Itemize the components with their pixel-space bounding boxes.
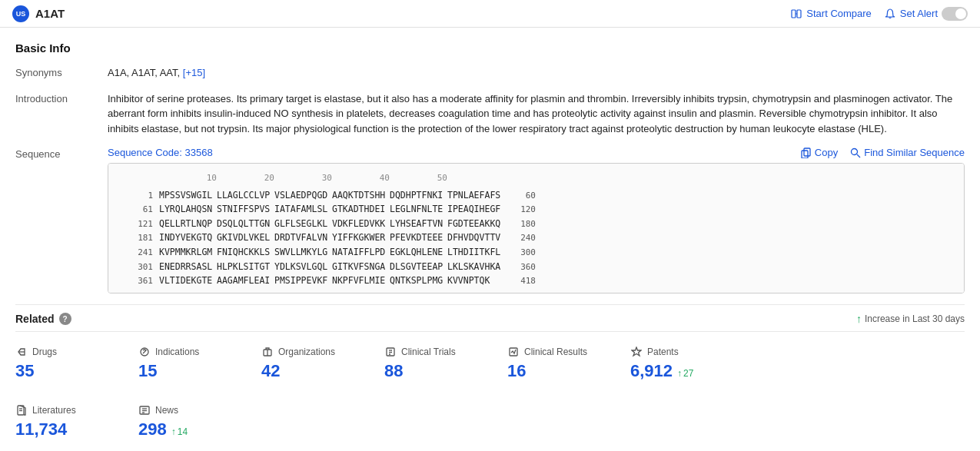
seq-lines-container: 1 MPSSVSWGIL LLAGLCCLVP VSLAEDPQGD AAQKT… [121, 188, 952, 288]
seq-end-num: 180 [505, 217, 536, 231]
seq-seg1: KVPMMKRLGM [159, 245, 217, 259]
sequence-label: Sequence [15, 147, 108, 293]
stat-label: Literatures [32, 405, 76, 416]
ruler-50: 50 [390, 171, 447, 185]
sequence-box[interactable]: 10 20 30 40 50 1 MPSSVSWGIL LLAGLCCLVP V… [108, 163, 965, 293]
stats-row-1: Drugs 35 Indications 15 Organizations 42… [15, 331, 965, 395]
stat-label-row: Literatures [15, 404, 123, 416]
app-title: A1AT [35, 7, 65, 20]
increase-label: ↑ Increase in Last 30 days [856, 313, 965, 325]
basic-info-title: Basic Info [15, 41, 965, 55]
increase-text: Increase in Last 30 days [865, 313, 965, 324]
seq-seg5: EGKLQHLENE [390, 245, 447, 259]
seq-end-num: 418 [505, 274, 536, 288]
synonyms-row: Synonyms A1A, A1AT, AAT, [+15] [15, 65, 965, 81]
sequence-content: Sequence Code: 33568 Copy [108, 147, 965, 293]
seq-seg6: IPEAQIHEGF [447, 202, 505, 216]
seq-seg4: AAQKTDTSHH [332, 188, 390, 202]
alert-icon [884, 8, 896, 20]
seq-seg3: PMSIPPEVKF [274, 274, 332, 287]
seq-seg3: YDLKSVLGQL [274, 260, 332, 274]
arrow-up-icon: ↑ [677, 368, 682, 379]
seq-end-num: 300 [505, 246, 536, 260]
seq-seg6: LTHDIITKFL [447, 245, 505, 259]
stat-label: News [155, 405, 178, 416]
seq-seg6: LKLSKAVHKA [447, 260, 505, 274]
stat-label-row: Clinical Results [507, 346, 615, 358]
seq-seg4: NKPFVFLMIE [332, 274, 390, 287]
synonyms-text: A1A, A1AT, AAT, [108, 67, 180, 78]
stat-label-row: Drugs [15, 346, 123, 358]
stat-item[interactable]: Literatures 11,734 [15, 398, 138, 446]
seq-end-num: 60 [505, 189, 536, 203]
stat-item[interactable]: Drugs 35 [15, 340, 138, 387]
stat-label: Clinical Results [524, 347, 587, 357]
set-alert-button[interactable]: Set Alert [884, 7, 968, 21]
stat-item[interactable]: Patents 6,912 ↑ 27 [630, 340, 753, 387]
stat-label: Indications [155, 347, 199, 357]
seq-seg2: STNIFFSPVS [217, 202, 274, 216]
seq-start-num: 1 [121, 189, 159, 203]
alert-toggle[interactable] [942, 7, 968, 21]
clinical-results-icon [507, 346, 520, 358]
seq-seg3: VSLAEDPQGD [274, 188, 332, 202]
related-info-icon[interactable]: ? [59, 313, 71, 325]
stat-value: 15 [138, 361, 157, 381]
seq-seg5: PFEVKDTEEE [390, 230, 447, 244]
toggle-knob [955, 8, 966, 19]
header-left: US A1AT [12, 5, 65, 22]
stat-item[interactable]: Indications 15 [138, 340, 261, 387]
synonyms-value: A1A, A1AT, AAT, [+15] [108, 65, 965, 81]
seq-line: 181 INDYVEKGTQ GKIVDLVKEL DRDTVFALVN YIF… [121, 230, 952, 245]
stat-item[interactable]: Organizations 42 [261, 340, 384, 387]
seq-seg4: YIFFKGKWER [332, 230, 390, 244]
seq-start-num: 61 [121, 203, 159, 217]
seq-line: 241 KVPMMKRLGM FNIQHCKKLS SWVLLMKYLG NAT… [121, 245, 952, 260]
seq-start-num: 241 [121, 246, 159, 260]
stat-value: 42 [261, 361, 280, 381]
svg-rect-4 [802, 151, 808, 158]
seq-line: 61 LYRQLAHQSN STNIFFSPVS IATAFAMLSL GTKA… [121, 202, 952, 217]
svg-rect-1 [797, 10, 801, 18]
news-icon [138, 404, 151, 416]
seq-seg2: DSQLQLTTGN [217, 217, 274, 230]
seq-seg6: DFHVDQVTTV [447, 230, 505, 244]
seq-seg5: LYHSEAFTVN [390, 217, 447, 230]
stat-label: Drugs [32, 347, 57, 357]
patents-icon [630, 346, 643, 358]
drugs-icon [15, 346, 28, 358]
related-header: Related ? ↑ Increase in Last 30 days [15, 304, 965, 331]
seq-seg4: GTKADTHDEI [332, 202, 390, 216]
arrow-up-icon: ↑ [856, 313, 862, 325]
stat-item[interactable]: Clinical Results 16 [507, 340, 630, 387]
seq-start-num: 361 [121, 274, 159, 288]
seq-seg2: HLPKLSITGT [217, 260, 274, 274]
seq-seg4: NATAIFFLPD [332, 245, 390, 259]
start-compare-label: Start Compare [806, 8, 872, 19]
stat-value: 35 [15, 361, 34, 381]
stat-value: 298 [138, 419, 167, 439]
seq-seg5: DQDHPTFNKI [390, 188, 447, 202]
seq-seg3: IATAFAMLSL [274, 202, 332, 216]
seq-seg1: VLTIDEKGTE [159, 274, 217, 287]
synonyms-label: Synonyms [15, 65, 108, 81]
copy-button[interactable]: Copy [801, 147, 838, 158]
synonyms-more-link[interactable]: [+15] [183, 67, 205, 78]
start-compare-button[interactable]: Start Compare [790, 8, 872, 20]
seq-seg1: LYRQLAHQSN [159, 202, 217, 216]
app-header: US A1AT Start Compare Set Alert [0, 0, 980, 28]
svg-point-5 [852, 148, 858, 154]
introduction-text: Inhibitor of serine proteases. Its prima… [108, 91, 965, 137]
stat-item[interactable]: News 298 ↑ 14 [138, 398, 261, 446]
stat-item[interactable]: Clinical Trials 88 [384, 340, 507, 387]
stat-value: 6,912 [630, 361, 673, 381]
main-content: Basic Info Synonyms A1A, A1AT, AAT, [+15… [0, 28, 980, 451]
seq-end-num: 120 [505, 203, 536, 217]
seq-seg1: QELLRTLNQP [159, 217, 217, 230]
seq-line: 361 VLTIDEKGTE AAGAMFLEAI PMSIPPEVKF NKP… [121, 274, 952, 288]
seq-seg6: FGDTEEAKKQ [447, 217, 505, 230]
find-similar-button[interactable]: Find Similar Sequence [850, 147, 965, 158]
literatures-icon [15, 404, 28, 416]
ruler-20: 20 [217, 171, 274, 185]
sequence-code-link[interactable]: Sequence Code: 33568 [108, 147, 213, 158]
